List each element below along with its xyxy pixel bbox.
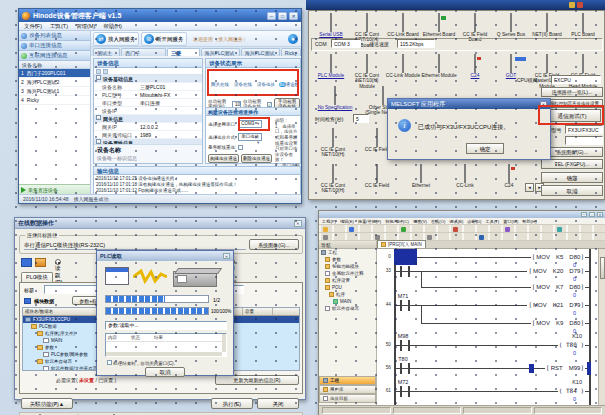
close-icon[interactable]: ✕ <box>289 12 298 20</box>
sidebar-item-direct-collect[interactable]: 采集直连设备 <box>19 184 90 194</box>
speed-field[interactable]: 115.2Kbps <box>397 39 435 48</box>
monitor-icon[interactable] <box>505 227 510 232</box>
convert-icon[interactable] <box>479 235 484 240</box>
col-header[interactable]: 容量 <box>243 308 273 315</box>
device-row[interactable]: 3海兴PLC测试1 <box>19 87 90 96</box>
sidebar-item-device-list[interactable]: 设备列表信息 <box>19 31 90 41</box>
port-select[interactable]: COM3▾ <box>238 120 262 128</box>
pc-if-plc-board[interactable]: PLC Board <box>565 14 601 37</box>
menu-file[interactable]: 文件(F) <box>24 23 42 30</box>
menu-edit[interactable]: 编辑(E) <box>340 219 354 224</box>
sort-icon[interactable] <box>103 69 108 74</box>
com-port-field[interactable]: COM 3 <box>331 39 361 48</box>
mov-instruction[interactable]: MOVK21D79 <box>527 301 585 308</box>
refresh-button[interactable]: 更新为最新的信息(R) <box>215 375 299 385</box>
tab-device[interactable]: Ricky <box>281 48 301 56</box>
related-functions-button[interactable]: 关联功能(F)▲ <box>21 398 73 409</box>
pc-if-qseries-bus[interactable]: Q Series Bus <box>493 14 529 37</box>
melsoft-titlebar[interactable]: MELSOFT 应用程序✕ <box>388 99 550 109</box>
scrollbar-thumb[interactable] <box>600 257 605 279</box>
menu-help[interactable]: 帮助(H) <box>522 219 536 224</box>
vertical-scrollbar[interactable] <box>598 249 605 405</box>
mov-instruction[interactable]: MOVK7D80 <box>531 283 585 290</box>
ok-button[interactable]: 确定 <box>541 172 603 183</box>
mov-instruction[interactable]: MOVK9D80 <box>531 319 585 326</box>
nav-tab-connection[interactable]: 连接目标 <box>319 394 376 403</box>
disconnect-service-button[interactable]: ⊘断开网服务 <box>141 32 187 46</box>
mode-select[interactable]: 串口连接▾ <box>238 133 262 141</box>
tab-device-active[interactable]: 三菱PLC06 <box>167 48 199 56</box>
auto-check-checkbox[interactable]: ✓ <box>267 102 272 107</box>
execute-button[interactable]: 执行(E) <box>211 398 253 409</box>
menu-compile[interactable]: 转换/编译(C) <box>385 219 409 224</box>
menu-view[interactable]: 视图(V) <box>413 219 427 224</box>
run-icon[interactable] <box>401 227 406 232</box>
timer-coil[interactable]: T84 <box>558 387 585 394</box>
categorize-icon[interactable] <box>96 69 101 74</box>
auto-close-option[interactable]: 处理结束时，自动关闭窗口(C)。 <box>107 360 178 366</box>
background-window-titlebar[interactable] <box>306 0 605 10</box>
plc-if-ethernet-module[interactable]: Ethernet Module <box>421 55 457 78</box>
close-button[interactable]: 关闭 <box>257 398 299 409</box>
menu-diagnostics[interactable]: 诊断(D) <box>467 219 481 224</box>
property-row[interactable]: 设备IP <box>94 107 202 115</box>
route2-ccie-cont[interactable]: CC IE Cont NET/10(H) <box>313 165 353 194</box>
toolbar-row-2[interactable] <box>319 233 605 241</box>
scrollbar[interactable] <box>222 334 226 352</box>
dialog-titlebar[interactable]: 在线数据操作✕ <box>15 218 305 229</box>
device-row[interactable]: 1西门子200PLC01 <box>19 69 90 78</box>
nav-item-pou[interactable]: POU <box>319 284 376 291</box>
pc-if-net2-board[interactable]: NET(II) Board <box>529 14 565 37</box>
route2-ccie-field[interactable]: CC IE Field <box>357 165 397 188</box>
minimize-icon[interactable]: ─ <box>267 12 276 20</box>
nav-item-parameter[interactable]: 参数 <box>319 256 376 263</box>
property-row[interactable]: PLC型号Mitsubishi-FX <box>94 91 202 99</box>
timer-coil[interactable]: T80 <box>558 341 585 348</box>
plc-if-got[interactable]: GOT <box>493 55 529 78</box>
plc-if-plc-module[interactable]: PLC Module <box>313 55 349 78</box>
sidebar-item-serial[interactable]: 串口连接信息 <box>19 41 90 51</box>
unit-field[interactable] <box>565 136 603 145</box>
titlebar[interactable]: Hinode设备管理客户端 v1.5 ─□✕ <box>19 9 301 22</box>
route-ccie-cont[interactable]: CC IE Cont NET/10(H) <box>313 129 353 158</box>
nav-item-program-setting[interactable]: 程序设置 <box>319 277 376 284</box>
plc-if-ccie-cont-module[interactable]: CC IE Cont NET/10(H) Module <box>349 55 385 89</box>
contact-icon[interactable] <box>323 235 328 240</box>
system-image-button[interactable]: 系统图像(G)... <box>249 239 299 250</box>
device-row[interactable]: 2海兴PLC测试2 <box>19 78 90 87</box>
edit-cursor[interactable] <box>394 249 417 265</box>
menu-tools[interactable]: 工具(T) <box>50 23 68 30</box>
group-row[interactable]: -网关信息 <box>94 115 202 123</box>
reconnect-checkbox[interactable] <box>238 145 243 150</box>
auto-close-checkbox[interactable] <box>107 360 112 365</box>
close-icon[interactable]: ✕ <box>223 253 230 259</box>
cancel-button[interactable]: 取消 <box>145 367 185 377</box>
progress-titlebar[interactable]: PLC读取✕ <box>97 251 233 261</box>
collapse-icon[interactable]: - <box>96 115 101 120</box>
nav-item-intelligent[interactable]: 智能功能模块 <box>319 263 376 270</box>
tab-device[interactable]: 西门子200PLC01 <box>121 48 166 56</box>
other-station-none[interactable]: No Specification <box>313 87 357 110</box>
pc-if-cclink-board[interactable]: CC-Link Board <box>385 14 421 37</box>
connect-service-button[interactable]: ⇄接入网服务 <box>93 32 139 46</box>
maximize-icon[interactable]: □ <box>278 12 287 20</box>
property-row[interactable]: 网关IP12.0.0.2 <box>94 123 202 131</box>
service-status-icon[interactable]: ● <box>288 34 298 44</box>
tab-device[interactable]: 海兴PLC测试1 <box>241 48 280 56</box>
pc-if-serial-usb[interactable]: Serial USB <box>313 14 349 37</box>
connection-list-button[interactable]: 连接路径一览(L)... <box>541 87 603 97</box>
route2-cclink[interactable]: CC-Link <box>445 165 485 188</box>
rst-instruction[interactable]: RSTM99 <box>545 364 585 371</box>
zoom-icon[interactable] <box>557 227 562 232</box>
communication-test-button[interactable]: 通信测试(T) <box>543 109 601 122</box>
maximize-icon[interactable]: □ <box>589 212 595 217</box>
build-channel-button[interactable]: 构建连接通道 <box>208 154 239 163</box>
line-icon[interactable] <box>427 235 432 240</box>
group-row[interactable]: -设备基础信息 <box>94 75 202 83</box>
open-icon[interactable] <box>349 227 354 232</box>
menu-online[interactable]: 在线(O) <box>431 219 445 224</box>
titlebar[interactable]: ─□✕ <box>319 211 605 218</box>
nav-item-program[interactable]: 程序 <box>319 291 376 298</box>
route2-c24[interactable]: C24 <box>489 165 529 188</box>
property-row[interactable]: 设备名称三菱PLC01 <box>94 83 202 91</box>
